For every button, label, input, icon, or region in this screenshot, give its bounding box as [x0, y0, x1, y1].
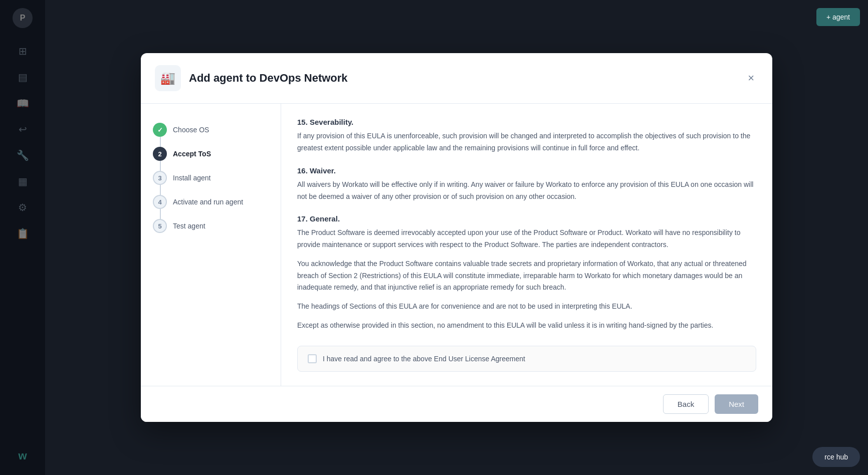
modal-footer: Back Next [141, 386, 772, 422]
eula-section-15-text: If any provision of this EULA is unenfor… [297, 130, 756, 154]
step-4-label: Activate and run agent [173, 198, 243, 206]
step-1: ✓ Choose OS [153, 118, 269, 142]
step-3-circle: 3 [153, 171, 167, 185]
step-2-circle: 2 [153, 147, 167, 161]
eula-section-17-para-1: The Product Software is deemed irrevocab… [297, 227, 756, 251]
eula-section-15: 15. Severability. If any provision of th… [297, 118, 756, 154]
eula-checkbox-label: I have read and agree to the above End U… [323, 355, 525, 363]
eula-section-17-para-2: You acknowledge that the Product Softwar… [297, 258, 756, 294]
modal-body: ✓ Choose OS 2 Accept ToS 3 Install agent… [141, 104, 772, 386]
modal-icon: 🏭 [155, 65, 181, 91]
eula-section-17-title: 17. General. [297, 214, 756, 223]
step-1-circle: ✓ [153, 123, 167, 137]
eula-section-16: 16. Waiver. All waivers by Workato will … [297, 166, 756, 203]
eula-section-17: 17. General. The Product Software is dee… [297, 214, 756, 332]
step-5-circle: 5 [153, 219, 167, 233]
eula-agreement-row: I have read and agree to the above End U… [297, 346, 756, 372]
source-hub-button[interactable]: rce hub [812, 447, 860, 467]
eula-checkbox[interactable] [308, 354, 317, 363]
eula-section-17-para-4: Except as otherwise provided in this sec… [297, 320, 756, 332]
modal-header: 🏭 Add agent to DevOps Network × [141, 53, 772, 104]
content-panel: 15. Severability. If any provision of th… [281, 104, 772, 386]
modal-title: Add agent to DevOps Network [189, 72, 348, 85]
step-5: 5 Test agent [153, 214, 269, 238]
step-3: 3 Install agent [153, 166, 269, 190]
step-4-circle: 4 [153, 195, 167, 209]
content-scroll[interactable]: 15. Severability. If any provision of th… [281, 104, 772, 386]
steps-panel: ✓ Choose OS 2 Accept ToS 3 Install agent… [141, 104, 281, 386]
next-button[interactable]: Next [715, 394, 758, 414]
back-button[interactable]: Back [663, 394, 709, 414]
add-agent-modal: 🏭 Add agent to DevOps Network × ✓ Choose… [141, 53, 772, 422]
eula-section-15-title: 15. Severability. [297, 118, 756, 126]
step-3-label: Install agent [173, 174, 211, 182]
add-agent-button[interactable]: + agent [816, 8, 860, 26]
step-2-label: Accept ToS [173, 150, 211, 158]
step-4: 4 Activate and run agent [153, 190, 269, 214]
eula-section-17-para-3: The headings of Sections of this EULA ar… [297, 301, 756, 313]
step-1-label: Choose OS [173, 126, 209, 134]
eula-section-16-text: All waivers by Workato will be effective… [297, 179, 756, 203]
close-button[interactable]: × [744, 71, 758, 86]
step-5-label: Test agent [173, 222, 205, 230]
eula-section-16-title: 16. Waiver. [297, 166, 756, 175]
step-2: 2 Accept ToS [153, 142, 269, 166]
